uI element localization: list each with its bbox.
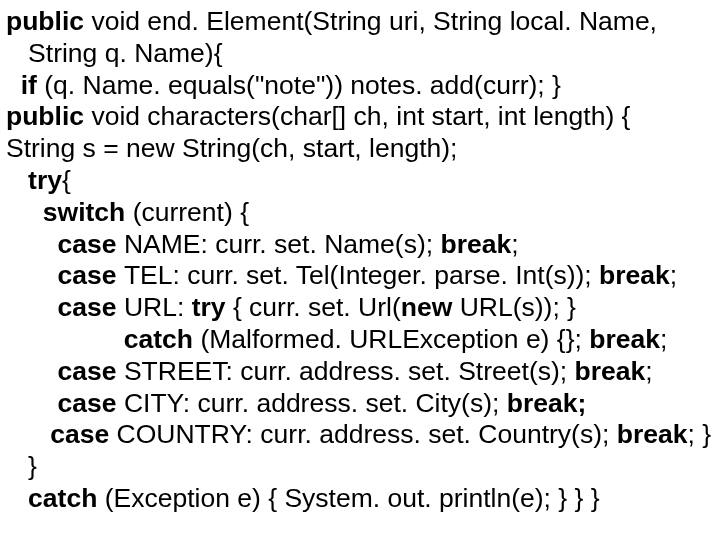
keyword: public (6, 101, 91, 131)
keyword: break (589, 324, 660, 354)
code-text: { (62, 165, 71, 195)
code-text: { curr. set. Url( (226, 292, 401, 322)
code-line: String q. Name){ (6, 38, 714, 70)
code-text: (current) { (133, 197, 249, 227)
keyword: switch (43, 197, 133, 227)
code-text: STREET: curr. address. set. Street(s); (124, 356, 575, 386)
code-text: CITY: curr. address. set. City(s); (124, 388, 507, 418)
keyword: break (617, 419, 688, 449)
code-line: case URL: try { curr. set. Url(new URL(s… (6, 292, 714, 324)
keyword: break (440, 229, 511, 259)
code-text: (q. Name. equals("note")) notes. add(cur… (44, 70, 561, 100)
code-text: TEL: curr. set. Tel(Integer. parse. Int(… (124, 260, 599, 290)
keyword: break; (507, 388, 587, 418)
code-line: case NAME: curr. set. Name(s); break; (6, 229, 714, 261)
keyword: case (58, 292, 124, 322)
code-text: (Exception e) { System. out. println(e);… (105, 483, 600, 513)
keyword: public (6, 6, 84, 36)
code-text: (Malformed. URLException e) {}; (200, 324, 589, 354)
code-line: String s = new String(ch, start, length)… (6, 133, 714, 165)
code-line: } (6, 451, 714, 483)
code-text: ; (511, 229, 518, 259)
code-line: catch (Exception e) { System. out. print… (6, 483, 714, 515)
code-line: if (q. Name. equals("note")) notes. add(… (6, 70, 714, 102)
code-line: case STREET: curr. address. set. Street(… (6, 356, 714, 388)
code-line: case TEL: curr. set. Tel(Integer. parse.… (6, 260, 714, 292)
keyword: catch (28, 483, 105, 513)
code-text: } (28, 451, 37, 481)
code-text: void characters(char[] ch, int start, in… (91, 101, 630, 131)
keyword: try (28, 165, 62, 195)
code-text: String q. Name){ (28, 38, 222, 68)
keyword: break (599, 260, 670, 290)
keyword: case (58, 229, 124, 259)
code-text: ; } (687, 419, 711, 449)
code-line: public void end. Element(String uri, Str… (6, 6, 714, 38)
keyword: case (58, 388, 124, 418)
code-text: URL: (124, 292, 192, 322)
code-text: ; (670, 260, 677, 290)
code-line: switch (current) { (6, 197, 714, 229)
keyword: try (192, 292, 226, 322)
code-line: case COUNTRY: curr. address. set. Countr… (6, 419, 714, 451)
code-line: case CITY: curr. address. set. City(s); … (6, 388, 714, 420)
keyword: catch (124, 324, 201, 354)
code-line: public void characters(char[] ch, int st… (6, 101, 714, 133)
keyword: case (50, 419, 116, 449)
code-block: public void end. Element(String uri, Str… (0, 0, 720, 515)
code-text: COUNTRY: curr. address. set. Country(s); (117, 419, 617, 449)
code-text: String s = new String(ch, start, length)… (6, 133, 457, 163)
code-text: ; (645, 356, 652, 386)
code-text: ; (660, 324, 667, 354)
keyword: if (21, 70, 45, 100)
keyword: break (575, 356, 646, 386)
keyword: new (401, 292, 453, 322)
code-line: catch (Malformed. URLException e) {}; br… (6, 324, 714, 356)
code-text: URL(s)); } (452, 292, 576, 322)
code-line: try{ (6, 165, 714, 197)
keyword: case (58, 356, 124, 386)
code-text: void end. Element(String uri, String loc… (84, 6, 657, 36)
code-text: NAME: curr. set. Name(s); (124, 229, 441, 259)
keyword: case (58, 260, 124, 290)
